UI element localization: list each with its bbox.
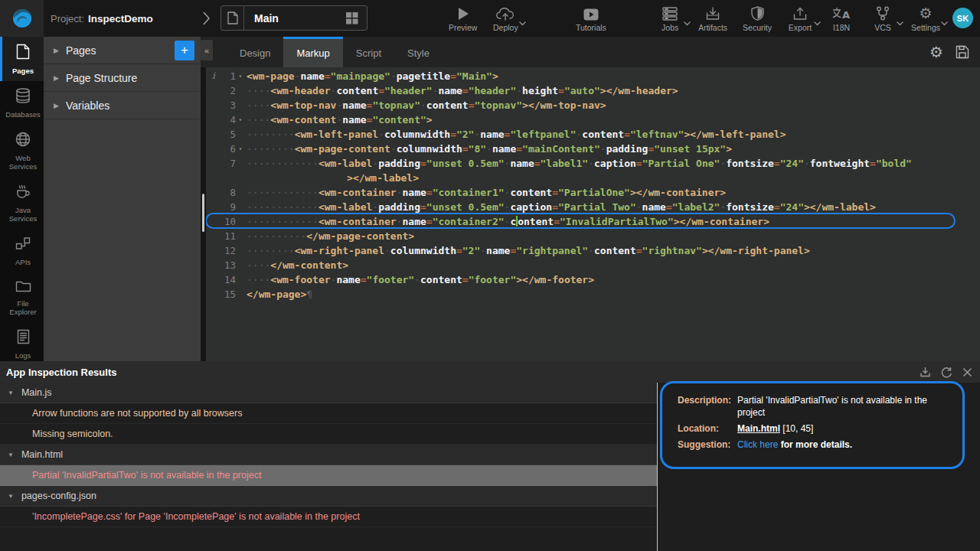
code-line[interactable]: ></wm-label> (201, 171, 980, 185)
fold-arrow-icon[interactable]: ▾ (236, 112, 245, 127)
code-line[interactable]: 4▾····<wm-content·name="content"> (201, 112, 980, 127)
code-text: </wm-page>¶ (245, 287, 312, 302)
editor-tab-bar: DesignMarkupScriptStyle (201, 37, 980, 67)
code-text: ></wm-label> (245, 171, 419, 185)
code-text: ············<wm-container·name="containe… (245, 185, 726, 200)
line-number: 11 (219, 229, 236, 243)
gear-icon: ⚙ (920, 5, 933, 21)
wavemaker-logo[interactable] (0, 0, 44, 37)
chevron-right-icon: ▶ (54, 47, 59, 54)
inspection-result-row[interactable]: Arrow functions are not supported by all… (0, 403, 657, 424)
sidebar-item-label: Logs (14, 351, 33, 360)
code-line[interactable]: 13····</wm-content> (201, 258, 980, 272)
fold-arrow-icon (236, 272, 245, 287)
sidebar-item-pages[interactable]: Pages (0, 37, 44, 81)
topbar-action-label: Deploy (493, 23, 518, 32)
inspection-group-pages-config-json[interactable]: ▼pages-config.json (0, 486, 657, 507)
grid-icon[interactable] (336, 6, 367, 30)
topbar-action-export[interactable]: Export (787, 5, 813, 32)
add-page-button[interactable]: + (175, 41, 194, 60)
tab-markup[interactable]: Markup (283, 37, 342, 67)
tab-style[interactable]: Style (394, 37, 443, 67)
pages-icon (16, 44, 30, 63)
inspection-group-main-js[interactable]: ▼Main.js (0, 383, 657, 403)
topbar-action-jobs[interactable]: Jobs (657, 5, 683, 32)
fold-arrow-icon[interactable]: ▾ (236, 142, 245, 156)
gutter-info-icon (208, 98, 219, 112)
topbar-action-tutorials[interactable]: Tutorials (576, 5, 606, 32)
inspection-title: App Inspection Results (0, 367, 116, 378)
sidebar-item-java-services[interactable]: Java Services (0, 177, 44, 229)
sidebar-item-web-services[interactable]: Web Services (0, 125, 44, 177)
fold-arrow-icon (236, 229, 245, 243)
explorer-section-variables[interactable]: ▶Variables (44, 92, 201, 119)
explorer-panel: ▶Pages+▶Page Structure▶Variables (44, 37, 201, 361)
sidebar-item-logs[interactable]: Logs (0, 322, 44, 366)
svg-text:A: A (842, 9, 850, 21)
topbar-action-label: Artifacts (698, 23, 727, 32)
download-icon[interactable] (920, 367, 931, 378)
sidebar-item-databases[interactable]: Databases (0, 81, 44, 125)
inspection-group-main-html[interactable]: ▼Main.html (0, 445, 657, 465)
line-number: 12 (219, 243, 236, 258)
code-text: ····</wm-content> (245, 258, 348, 272)
primary-actions: PreviewDeploy (449, 5, 518, 32)
line-number: 15 (219, 287, 236, 302)
document-icon (221, 6, 244, 30)
topbar-action-security[interactable]: Security (743, 5, 772, 32)
code-line[interactable]: 8············<wm-container·name="contain… (201, 185, 980, 200)
tab-script[interactable]: Script (343, 37, 394, 67)
click-here-link[interactable]: Click here (737, 439, 778, 450)
user-avatar[interactable]: SK (952, 8, 973, 28)
app-inspection-panel: App Inspection Results ▼Main.jsArrow fun… (0, 361, 980, 551)
topbar-action-artifacts[interactable]: Artifacts (698, 5, 727, 32)
code-line[interactable]: 9············<wm-label·padding="unset 0.… (201, 200, 980, 214)
globe-icon (15, 132, 31, 150)
explorer-section-page-structure[interactable]: ▶Page Structure (44, 64, 201, 92)
topbar-action-i18n[interactable]: AI18N (828, 5, 854, 32)
inspection-result-row[interactable]: 'IncompletePage.css' for Page 'Incomplet… (0, 507, 657, 527)
code-line[interactable]: 11··········</wm-page-content> (201, 229, 980, 243)
save-icon[interactable] (956, 45, 969, 59)
code-editor[interactable]: i1▾<wm-page·name="mainpage"·pagetitle="M… (201, 67, 980, 361)
code-line[interactable]: 14····<wm-footer·name="footer"·content="… (201, 272, 980, 287)
close-icon[interactable] (962, 367, 972, 377)
sidebar-item-label: Pages (11, 67, 35, 75)
code-line[interactable]: 6▾········<wm-page-content·columnwidth="… (201, 142, 980, 156)
gutter-info-icon (208, 243, 219, 258)
code-lines: i1▾<wm-page·name="mainpage"·pagetitle="M… (201, 67, 980, 302)
markup-settings-gear-icon[interactable]: ⚙ (929, 44, 943, 60)
sidebar-item-apis[interactable]: APIs (0, 229, 44, 272)
topbar-action-settings[interactable]: ⚙Settings (911, 5, 940, 32)
page-selector[interactable]: Main (220, 5, 368, 31)
code-text: ········<wm-right-panel·columnwidth="2"·… (245, 243, 810, 258)
location-file-link[interactable]: Main.html (737, 423, 780, 434)
code-line[interactable]: 7············<wm-label·padding="unset 0.… (201, 156, 980, 171)
refresh-icon[interactable] (941, 367, 952, 378)
code-line[interactable]: i1▾<wm-page·name="mainpage"·pagetitle="M… (201, 69, 980, 83)
topbar-action-preview[interactable]: Preview (449, 5, 477, 32)
collapse-panel-button[interactable]: « (201, 40, 213, 60)
tab-design[interactable]: Design (227, 37, 283, 67)
database-icon (15, 88, 31, 106)
code-line[interactable]: 12········<wm-right-panel·columnwidth="2… (201, 243, 980, 258)
code-line[interactable]: 2····<wm-header·content="header"·name="h… (201, 83, 980, 98)
top-bar: Project: InspectDemo Main PreviewDeploy … (0, 0, 980, 37)
code-line[interactable]: 15</wm-page>¶ (201, 287, 980, 302)
chevron-down-icon (814, 15, 821, 29)
code-line[interactable]: 3····<wm-top-nav·name="topnav"·content="… (201, 98, 980, 112)
code-line[interactable]: 10············<wm-container·name="contai… (201, 214, 980, 229)
code-line[interactable]: 5········<wm-left-panel·columnwidth="2"·… (201, 127, 980, 142)
explorer-section-pages[interactable]: ▶Pages+ (44, 37, 201, 64)
project-label: Project: (51, 13, 84, 24)
fold-arrow-icon (236, 200, 245, 214)
topbar-action-deploy[interactable]: Deploy (492, 5, 518, 32)
topbar-action-label: Preview (449, 23, 477, 32)
sidebar-item-file-explorer[interactable]: File Explorer (0, 272, 44, 322)
fold-arrow-icon[interactable]: ▾ (236, 69, 245, 83)
description-value: Partial 'InvalidPartialTwo' is not avail… (737, 394, 952, 419)
scrollbar-thumb[interactable] (202, 194, 204, 232)
inspection-result-row[interactable]: Partial 'InvalidPartialTwo' is not avail… (0, 465, 657, 486)
inspection-result-row[interactable]: Missing semicolon. (0, 424, 657, 445)
topbar-action-vcs[interactable]: VCS (870, 5, 896, 32)
